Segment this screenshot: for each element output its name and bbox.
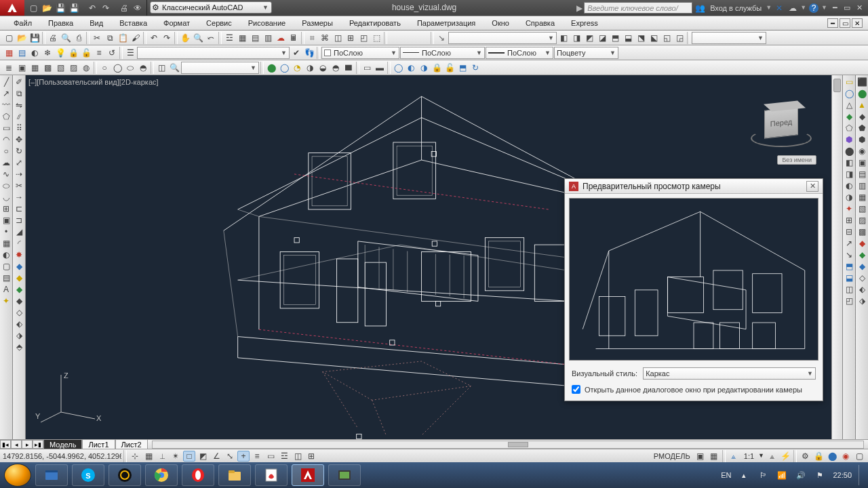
tool-icon[interactable]: ◯ [844, 88, 854, 99]
tpy-icon[interactable]: ▭ [264, 451, 277, 462]
tool-icon[interactable]: ◆ [856, 249, 867, 260]
menu-express[interactable]: Express [563, 16, 606, 30]
isolate-icon[interactable]: ◉ [840, 451, 852, 462]
tab-next-button[interactable]: ▸ [22, 440, 33, 449]
task-opera[interactable] [182, 464, 214, 486]
tool-icon[interactable]: ⬓ [844, 272, 854, 283]
save-icon[interactable]: 💾 [28, 32, 41, 44]
tool-icon[interactable]: ⌗ [306, 32, 318, 44]
move-icon[interactable]: ✥ [14, 134, 24, 145]
exchange-icon[interactable]: ✕ [773, 2, 785, 14]
menu-file[interactable]: Файл [5, 16, 40, 30]
tray-volume-icon[interactable]: 🔊 [795, 469, 807, 481]
sheet-set-icon[interactable]: ▥ [262, 32, 274, 44]
task-explorer[interactable] [35, 464, 68, 486]
line-icon[interactable]: ╱ [1, 77, 12, 87]
lock-ui-icon[interactable]: 🔒 [812, 451, 825, 462]
tool-icon[interactable]: ◱ [660, 32, 673, 44]
play-icon[interactable]: ▶ [576, 4, 583, 12]
menu-format[interactable]: Формат [155, 16, 198, 30]
doc-close-button[interactable]: ✕ [852, 18, 863, 28]
tool-icon[interactable]: ◩ [583, 32, 595, 44]
tool-icon[interactable]: ▲ [856, 100, 867, 110]
polar-icon[interactable]: ✴ [170, 451, 182, 462]
tool-icon[interactable]: ⬗ [856, 296, 867, 306]
tool-icon[interactable]: ≣ [3, 62, 15, 74]
layer-off-icon[interactable]: 💡 [54, 47, 66, 59]
tool-icon[interactable]: ⬖ [14, 319, 24, 329]
tool-icon[interactable]: ◪ [596, 32, 608, 44]
snap-mode-icon[interactable]: ⊹ [129, 451, 141, 462]
tool-icon[interactable]: 🔓 [443, 62, 456, 74]
tool-icon[interactable]: ✦ [844, 203, 854, 214]
tool-icon[interactable]: ▭ [361, 62, 373, 74]
visual-style-combo[interactable]: Каркас ▼ [643, 367, 816, 380]
tool-icon[interactable]: ↘ [844, 249, 854, 260]
make-current-icon[interactable]: ✔ [290, 47, 302, 59]
tool-icon[interactable]: ◆ [14, 261, 24, 272]
tray-clock[interactable]: 22:50 [833, 471, 852, 479]
extend-icon[interactable]: → [14, 192, 24, 203]
tool-icon[interactable]: ⬔ [635, 32, 647, 44]
tool-icon[interactable]: ◆ [856, 111, 867, 122]
doc-restore-button[interactable]: ▭ [840, 18, 850, 28]
visual-style-combo[interactable]: ▼ [448, 32, 557, 44]
nav-combo[interactable]: ▼ [692, 32, 766, 44]
tool-icon[interactable]: ◑ [844, 192, 854, 203]
point-icon[interactable]: • [1, 226, 12, 237]
menu-help[interactable]: Справка [517, 16, 563, 30]
break-icon[interactable]: ⊏ [14, 203, 24, 214]
cloud-icon[interactable]: ☁ [787, 2, 799, 14]
hardware-accel-icon[interactable]: ⬤ [826, 451, 838, 462]
layer-states-icon[interactable]: ▤ [16, 47, 28, 59]
horizontal-scrollbar[interactable] [152, 441, 864, 449]
dialog-close-button[interactable]: ✕ [806, 181, 818, 192]
tool-icon[interactable]: ⬟ [856, 123, 867, 134]
tool-icon[interactable]: ◍ [80, 62, 92, 74]
tray-network-icon[interactable]: 📶 [776, 469, 788, 481]
tray-action-icon[interactable]: ⚑ [814, 469, 826, 481]
revcloud-icon[interactable]: ☁ [1, 157, 12, 168]
save-icon[interactable]: 💾 [54, 2, 66, 14]
tool-icon[interactable]: ▨ [856, 215, 867, 226]
layer-combo[interactable]: ▼ [137, 47, 290, 59]
region-icon[interactable]: ▢ [1, 261, 12, 272]
tool-icon[interactable]: ⬤ [856, 88, 867, 99]
tool-icon[interactable]: ⬢ [844, 134, 854, 145]
rotate-icon[interactable]: ↻ [14, 146, 24, 157]
tool-icon[interactable]: ▩ [856, 226, 867, 237]
tool-icon[interactable]: ⬤ [265, 62, 277, 74]
task-aimp[interactable] [108, 464, 141, 486]
tool-icon[interactable]: ◫ [332, 32, 344, 44]
anno-vis-icon[interactable]: ⟁ [766, 451, 778, 462]
markup-icon[interactable]: ☁ [275, 32, 287, 44]
tool-icon[interactable]: ◰ [844, 296, 854, 306]
tool-icon[interactable]: ◐ [405, 62, 417, 74]
rect-icon[interactable]: ▭ [1, 123, 12, 134]
tool-icon[interactable]: ◆ [856, 261, 867, 272]
scale-label[interactable]: 1:1 [741, 452, 757, 460]
pan-icon[interactable]: ✋ [179, 32, 191, 44]
tool-icon[interactable]: ⬠ [844, 123, 854, 134]
tool-icon[interactable]: ◆ [856, 238, 867, 249]
tool-icon[interactable]: ⬗ [14, 330, 24, 341]
insert-icon[interactable]: ⊞ [1, 203, 12, 214]
tab-model[interactable]: Модель [43, 440, 82, 449]
tool-icon[interactable]: ⬛ [856, 77, 867, 87]
coords-readout[interactable]: 14792.8156, -5044.9962, 4052.1296 [3, 452, 121, 460]
tool-icon[interactable]: ◆ [844, 111, 854, 122]
tool-icon[interactable]: ⊞ [344, 32, 357, 44]
grid-icon[interactable]: ▦ [142, 451, 155, 462]
copy-icon[interactable]: ⧉ [104, 32, 116, 44]
menu-param[interactable]: Параметризация [409, 16, 484, 30]
sc-icon[interactable]: ◫ [292, 451, 304, 462]
tool-icon[interactable]: ▦ [28, 62, 41, 74]
chevron-down-icon[interactable]: ▼ [766, 5, 772, 11]
lang-indicator[interactable]: EN [721, 471, 731, 479]
print-icon[interactable]: 🖨 [47, 32, 59, 44]
task-files[interactable] [218, 464, 251, 486]
block-icon[interactable]: ▣ [1, 215, 12, 226]
tool-icon[interactable]: ◰ [357, 32, 370, 44]
tool-icon[interactable]: ◆ [14, 284, 24, 295]
redo-icon[interactable]: ↷ [161, 32, 173, 44]
